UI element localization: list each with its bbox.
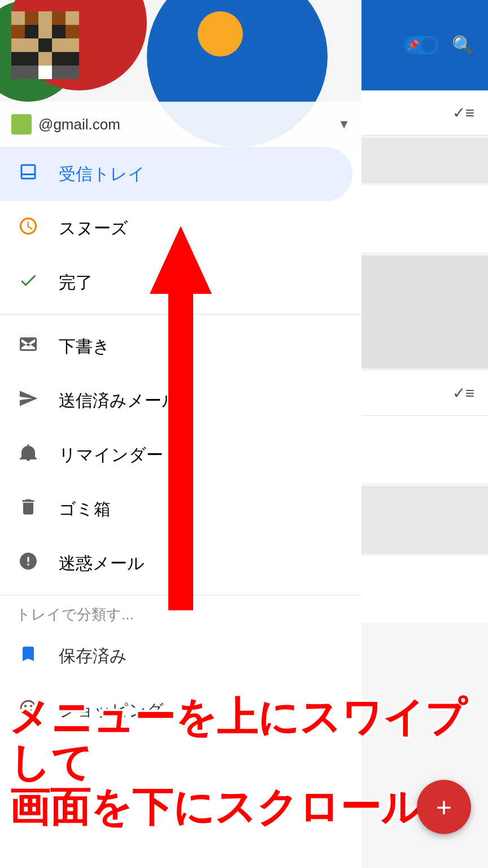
clock-icon: [16, 216, 41, 241]
spam-icon: [16, 551, 41, 576]
reminder-icon: [16, 442, 41, 468]
menu-divider-1: [0, 314, 361, 315]
dropdown-icon[interactable]: ▼: [338, 117, 350, 132]
header-right-area: 📌 🔍: [361, 0, 488, 90]
menu-item-saved[interactable]: 保存済み: [0, 629, 361, 683]
drafts-icon: [16, 334, 41, 359]
menu-item-snooze[interactable]: スヌーズ: [0, 201, 361, 255]
drawer-header: @gmail.com ▼: [0, 0, 361, 147]
bookmark-icon: [16, 644, 41, 668]
pin-toggle[interactable]: 📌: [404, 36, 438, 54]
reminders-label: リマインダー: [59, 444, 163, 467]
menu-item-drafts[interactable]: 下書き: [0, 319, 361, 374]
sent-label: 送信済みメール: [59, 389, 179, 413]
menu-item-spam[interactable]: 迷惑メール: [0, 536, 361, 591]
account-icon: [11, 114, 32, 134]
avatar-area: [11, 11, 79, 79]
menu-item-reminders[interactable]: リマインダー: [0, 428, 361, 482]
menu-item-sent[interactable]: 送信済みメール: [0, 374, 361, 428]
done-label: 完了: [59, 271, 93, 294]
inbox-label: 受信トレイ: [59, 163, 145, 186]
drafts-label: 下書き: [59, 335, 110, 358]
pin-icon: 📌: [407, 39, 419, 51]
dh-deco-yellow: [198, 11, 243, 57]
trash-icon: [16, 497, 41, 522]
avatar-pixelated: [11, 11, 79, 79]
drawer-account-row[interactable]: @gmail.com ▼: [0, 102, 361, 147]
drawer-menu: 受信トレイ スヌーズ 完了: [0, 147, 361, 737]
toggle-knob: [421, 38, 436, 53]
instruction-line1: メニューを上にスワイプして: [9, 695, 479, 784]
check-icon: [16, 270, 41, 296]
send-icon: [16, 388, 41, 414]
trash-label: ゴミ箱: [59, 498, 111, 521]
tray-category-label: トレイで分類す...: [0, 600, 361, 629]
instruction-overlay: メニューを上にスワイプして 画面を下にスクロール: [0, 691, 488, 834]
snooze-label: スヌーズ: [59, 217, 128, 240]
check-list-icon-2: ✓≡: [452, 384, 474, 402]
compose-icon: +: [436, 792, 452, 823]
check-list-icon: ✓≡: [452, 103, 474, 122]
compose-fab[interactable]: +: [417, 780, 471, 834]
menu-item-done[interactable]: 完了: [0, 255, 361, 310]
menu-divider-2: [0, 595, 361, 596]
menu-item-trash[interactable]: ゴミ箱: [0, 482, 361, 536]
instruction-line2: 画面を下にスクロール: [9, 785, 479, 830]
saved-label: 保存済み: [59, 645, 127, 668]
menu-item-inbox[interactable]: 受信トレイ: [0, 147, 352, 201]
spam-label: 迷惑メール: [59, 552, 145, 575]
account-email: @gmail.com: [38, 116, 331, 133]
inbox-icon: [16, 162, 41, 187]
search-icon[interactable]: 🔍: [452, 34, 474, 56]
